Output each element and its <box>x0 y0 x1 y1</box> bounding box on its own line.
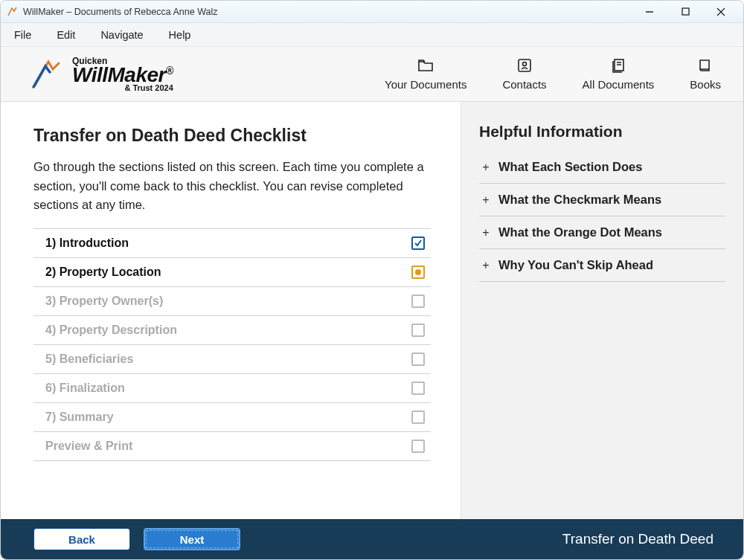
checklist-label: 5) Beneficiaries <box>45 353 133 366</box>
toolbar-label: Books <box>690 78 721 91</box>
checklist-item-summary[interactable]: 7) Summary <box>33 403 431 432</box>
help-item-checkmark-means[interactable]: + What the Checkmark Means <box>479 184 725 216</box>
plus-icon: + <box>481 226 491 239</box>
empty-box-icon <box>411 440 425 453</box>
logo-brand-sub: & Trust 2024 <box>72 84 173 92</box>
next-button[interactable]: Next <box>144 528 240 550</box>
checklist-item-property-location[interactable]: 2) Property Location <box>33 258 431 287</box>
help-item-orange-dot-means[interactable]: + What the Orange Dot Means <box>479 216 725 249</box>
checklist-label: Preview & Print <box>45 440 132 453</box>
current-dot-icon <box>411 265 425 279</box>
contacts-icon <box>516 58 533 75</box>
side-panel: Helpful Information + What Each Section … <box>461 102 743 519</box>
toolbar-contacts[interactable]: Contacts <box>502 58 546 91</box>
close-button[interactable] <box>712 3 730 21</box>
empty-box-icon <box>411 382 425 395</box>
plus-icon: + <box>481 259 491 272</box>
checklist-label: 6) Finalization <box>45 382 125 395</box>
checkmark-icon <box>411 236 425 250</box>
checklist-item-beneficiaries[interactable]: 5) Beneficiaries <box>33 345 431 374</box>
side-heading: Helpful Information <box>479 123 725 141</box>
checklist-label: 4) Property Description <box>45 324 177 337</box>
back-button[interactable]: Back <box>33 528 130 550</box>
checklist-label: 7) Summary <box>45 411 114 424</box>
toolbar-label: Your Documents <box>385 78 466 91</box>
help-label: What the Checkmark Means <box>498 193 661 207</box>
toolbar-all-documents[interactable]: All Documents <box>583 58 655 91</box>
feather-icon <box>31 59 66 90</box>
window-title: WillMaker – Documents of Rebecca Anne Wa… <box>23 7 217 17</box>
plus-icon: + <box>481 193 491 207</box>
checklist: 1) Introduction 2) Property Location 3) … <box>33 228 431 461</box>
empty-box-icon <box>411 295 425 308</box>
maximize-button[interactable] <box>676 3 694 21</box>
toolbar-your-documents[interactable]: Your Documents <box>385 58 466 91</box>
toolbar-books[interactable]: Books <box>690 58 721 91</box>
main-panel: Transfer on Death Deed Checklist Go thro… <box>1 102 461 519</box>
checklist-item-introduction[interactable]: 1) Introduction <box>33 229 431 258</box>
menu-file[interactable]: File <box>10 26 36 44</box>
app-icon <box>7 6 19 18</box>
book-icon <box>697 58 713 75</box>
checklist-item-preview-print[interactable]: Preview & Print <box>33 432 431 461</box>
empty-box-icon <box>411 324 425 337</box>
checklist-label: 1) Introduction <box>45 236 129 250</box>
checklist-item-property-owners[interactable]: 3) Property Owner(s) <box>33 287 431 316</box>
empty-box-icon <box>411 411 425 424</box>
logo: Quicken WillMaker® & Trust 2024 <box>31 57 173 92</box>
logo-brand-big: WillMaker® <box>72 65 173 86</box>
header-toolbar: Quicken WillMaker® & Trust 2024 Your Doc… <box>1 47 743 102</box>
checklist-label: 3) Property Owner(s) <box>45 295 163 308</box>
checklist-label: 2) Property Location <box>45 265 161 279</box>
footer: Back Next Transfer on Death Deed <box>1 519 743 559</box>
checklist-item-property-description[interactable]: 4) Property Description <box>33 316 431 345</box>
menubar: File Edit Navigate Help <box>1 23 743 47</box>
minimize-button[interactable] <box>641 3 658 21</box>
help-label: What Each Section Does <box>498 160 642 174</box>
checklist-item-finalization[interactable]: 6) Finalization <box>33 374 431 403</box>
toolbar-label: Contacts <box>502 78 546 91</box>
all-docs-icon <box>610 58 626 75</box>
menu-help[interactable]: Help <box>164 26 196 44</box>
footer-title: Transfer on Death Deed <box>562 531 713 547</box>
help-label: Why You Can't Skip Ahead <box>498 258 653 272</box>
page-intro: Go through the sections listed on this s… <box>33 158 431 215</box>
plus-icon: + <box>481 161 491 174</box>
svg-rect-1 <box>682 8 689 15</box>
empty-box-icon <box>411 353 425 366</box>
help-item-what-each-section-does[interactable]: + What Each Section Does <box>479 151 725 184</box>
help-label: What the Orange Dot Means <box>498 225 662 239</box>
menu-edit[interactable]: Edit <box>52 26 80 44</box>
titlebar: WillMaker – Documents of Rebecca Anne Wa… <box>1 1 743 23</box>
help-item-cant-skip-ahead[interactable]: + Why You Can't Skip Ahead <box>479 249 725 282</box>
toolbar-label: All Documents <box>583 78 655 91</box>
svg-point-5 <box>522 62 526 65</box>
menu-navigate[interactable]: Navigate <box>96 26 147 44</box>
folder-icon <box>417 58 434 75</box>
page-heading: Transfer on Death Deed Checklist <box>33 126 431 146</box>
